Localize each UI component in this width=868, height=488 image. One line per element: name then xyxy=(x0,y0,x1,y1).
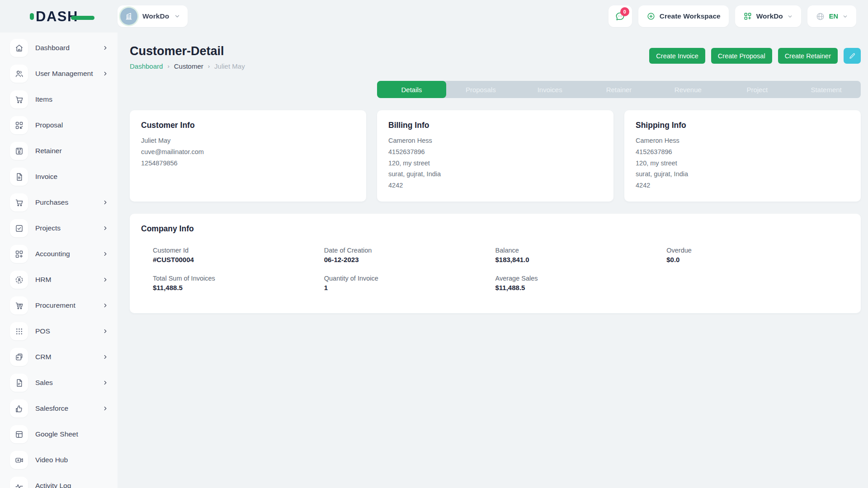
thumbs-up-icon xyxy=(10,399,28,418)
sidebar-item-proposal[interactable]: Proposal xyxy=(10,116,108,134)
file-invoice-icon xyxy=(10,168,28,186)
workspace-selector[interactable]: WorkDo xyxy=(118,5,188,27)
table-icon xyxy=(10,425,28,443)
field-balance: Balance $183,841.0 xyxy=(495,247,667,263)
person-dashed-icon xyxy=(10,271,28,289)
tab-statement[interactable]: Statement xyxy=(792,81,861,98)
tab-project[interactable]: Project xyxy=(722,81,792,98)
edit-customer-button[interactable] xyxy=(844,48,861,64)
field-customer-id: Customer Id #CUST00004 xyxy=(153,247,324,263)
messages-badge: 0 xyxy=(620,7,629,16)
floppy-icon xyxy=(10,142,28,160)
field-empty xyxy=(666,275,838,291)
language-code: EN xyxy=(829,13,838,20)
card-title: Customer Info xyxy=(141,121,355,130)
main-content: Customer-Detail Dashboard › Customer › J… xyxy=(118,33,868,488)
users-icon xyxy=(10,65,28,83)
sidebar-item-video-hub[interactable]: Video Hub xyxy=(10,451,108,469)
billing-city: surat, gujrat, India xyxy=(388,169,602,179)
tab-details[interactable]: Details xyxy=(377,81,446,98)
company-info-card: Company Info Customer Id #CUST00004 Date… xyxy=(130,214,861,313)
breadcrumb-current: Juliet May xyxy=(214,62,245,70)
workdo-menu-button[interactable]: WorkDo xyxy=(735,5,801,27)
sidebar-item-activity-log[interactable]: Activity Log xyxy=(10,477,108,488)
customer-phone: 1254879856 xyxy=(141,159,355,169)
shipping-info-card: Shipping Info Cameron Hess 4152637896 12… xyxy=(624,110,861,202)
page-title: Customer-Detail xyxy=(130,44,245,58)
sidebar-item-items[interactable]: Items xyxy=(10,90,108,108)
globe-icon xyxy=(816,12,825,21)
billing-phone: 4152637896 xyxy=(388,147,602,157)
chevron-right-icon xyxy=(102,354,108,360)
home-icon xyxy=(10,39,28,57)
breadcrumb-separator: › xyxy=(167,63,169,70)
workdo-menu-label: WorkDo xyxy=(756,12,783,20)
logo-bar-icon xyxy=(71,16,94,20)
field-quantity-of-invoice: Quantity of Invoice 1 xyxy=(324,275,495,291)
customer-info-card: Customer Info Juliet May cuve@mailinator… xyxy=(130,110,366,202)
chevron-down-icon xyxy=(842,14,848,19)
topbar: DASH WorkDo 0 Create Workspace xyxy=(0,0,868,33)
create-workspace-label: Create Workspace xyxy=(660,12,721,20)
chevron-right-icon xyxy=(102,328,108,334)
billing-name: Cameron Hess xyxy=(388,136,602,146)
grid-arrow-icon xyxy=(10,116,28,134)
breadcrumb-dashboard-link[interactable]: Dashboard xyxy=(130,62,163,70)
tab-invoices[interactable]: Invoices xyxy=(515,81,585,98)
sidebar-item-user-management[interactable]: User Management xyxy=(10,65,108,83)
workspace-name: WorkDo xyxy=(142,12,169,20)
sidebar-item-purchases[interactable]: Purchases xyxy=(10,193,108,211)
chevron-right-icon xyxy=(102,302,108,309)
create-invoice-button[interactable]: Create Invoice xyxy=(649,48,705,64)
detail-tabs: Details Proposals Invoices Retainer Reve… xyxy=(377,81,861,98)
chevron-right-icon xyxy=(102,70,108,77)
sidebar-item-projects[interactable]: Projects xyxy=(10,219,108,237)
building-icon xyxy=(120,8,137,25)
billing-info-card: Billing Info Cameron Hess 4152637896 120… xyxy=(377,110,613,202)
shipping-zip: 4242 xyxy=(636,181,849,191)
logo-dot-icon xyxy=(30,13,34,20)
sidebar-item-crm[interactable]: CRM xyxy=(10,348,108,366)
sidebar-item-google-sheet[interactable]: Google Sheet xyxy=(10,425,108,443)
chevron-down-icon xyxy=(787,14,793,19)
shipping-phone: 4152637896 xyxy=(636,147,849,157)
language-selector[interactable]: EN xyxy=(807,5,856,27)
check-square-icon xyxy=(10,219,28,237)
tab-proposals[interactable]: Proposals xyxy=(446,81,515,98)
create-proposal-button[interactable]: Create Proposal xyxy=(711,48,772,64)
sidebar-item-dashboard[interactable]: Dashboard xyxy=(10,39,108,57)
chevron-right-icon xyxy=(102,225,108,231)
sidebar-item-procurement[interactable]: Procurement xyxy=(10,296,108,314)
create-workspace-button[interactable]: Create Workspace xyxy=(638,5,729,27)
customer-name: Juliet May xyxy=(141,136,355,146)
chevron-right-icon xyxy=(102,277,108,283)
app-logo[interactable]: DASH xyxy=(0,9,118,23)
tab-retainer[interactable]: Retainer xyxy=(585,81,654,98)
shipping-street: 120, my street xyxy=(636,159,849,169)
sidebar-item-salesforce[interactable]: Salesforce xyxy=(10,399,108,418)
plus-circle-icon xyxy=(646,12,656,21)
file-icon xyxy=(10,374,28,392)
sidebar-item-hrm[interactable]: HRM xyxy=(10,271,108,289)
sidebar-item-invoice[interactable]: Invoice xyxy=(10,168,108,186)
sidebar-item-pos[interactable]: POS xyxy=(10,322,108,340)
sidebar: Dashboard User Management Items Proposal… xyxy=(0,33,118,488)
shipping-name: Cameron Hess xyxy=(636,136,849,146)
field-overdue: Overdue $0.0 xyxy=(666,247,838,263)
customer-email: cuve@mailinator.com xyxy=(141,147,355,157)
breadcrumb-customer-link[interactable]: Customer xyxy=(174,62,203,70)
sidebar-item-retainer[interactable]: Retainer xyxy=(10,142,108,160)
card-title: Company Info xyxy=(141,224,849,234)
tab-revenue[interactable]: Revenue xyxy=(653,81,722,98)
field-average-sales: Average Sales $11,488.5 xyxy=(495,275,667,291)
messages-button[interactable]: 0 xyxy=(609,5,632,27)
field-total-sum-of-invoices: Total Sum of Invoices $11,488.5 xyxy=(153,275,324,291)
cart-chart-icon xyxy=(10,296,28,314)
cart-icon xyxy=(10,193,28,211)
sidebar-item-sales[interactable]: Sales xyxy=(10,374,108,392)
chevron-right-icon xyxy=(102,45,108,51)
card-title: Billing Info xyxy=(388,121,602,130)
create-retainer-button[interactable]: Create Retainer xyxy=(778,48,838,64)
squares-icon xyxy=(10,348,28,366)
sidebar-item-accounting[interactable]: Accounting xyxy=(10,245,108,263)
